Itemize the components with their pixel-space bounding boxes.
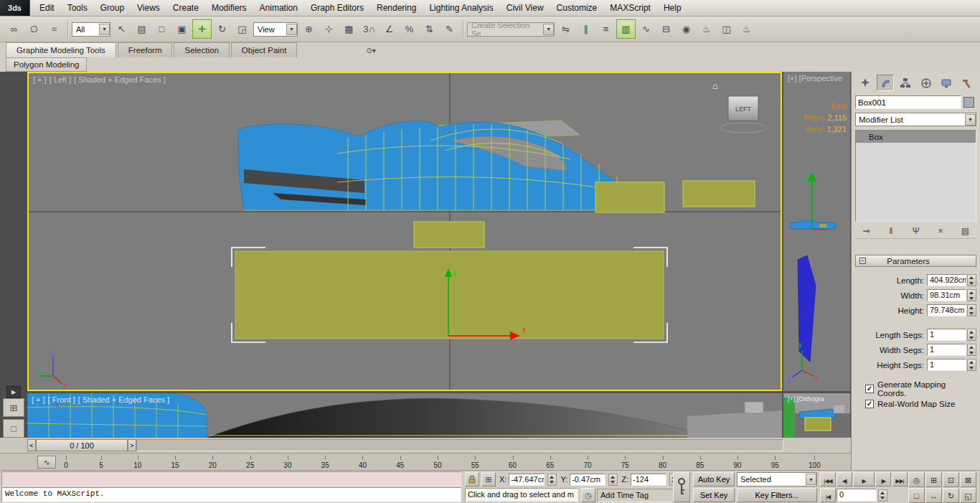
param-input[interactable]: 404.928cm <box>927 274 966 286</box>
remove-modifier-button[interactable]: × <box>933 224 949 238</box>
select-and-rotate-button[interactable]: ↻ <box>212 19 232 39</box>
viewport-perspective-canvas[interactable]: [+] [Perspective Total Polys: 2,115Verts… <box>783 72 850 391</box>
zoom-all-button[interactable]: ⊞ <box>925 472 942 487</box>
zoom-region-button[interactable]: □ <box>908 488 925 503</box>
menu-item[interactable]: Customize <box>550 0 604 16</box>
viewport-left-canvas[interactable]: [ + ] [ Left ] [ Shaded + Edged Faces ] <box>27 72 782 391</box>
previous-frame-button[interactable]: ◀| <box>837 472 852 486</box>
menu-item[interactable]: Edit <box>33 0 61 16</box>
go-to-start-button[interactable]: |◀◀ <box>820 472 836 486</box>
pan-button[interactable]: ↔ <box>925 488 942 503</box>
viewport-layout-single-button[interactable]: □ <box>3 419 24 438</box>
selection-lock-toggle-button[interactable] <box>465 472 479 486</box>
viewport-label[interactable]: [+] [Orthogra <box>788 395 824 403</box>
rectangular-selection-region-button[interactable]: □ <box>152 19 171 39</box>
select-and-move-button[interactable]: ✛ <box>192 19 212 39</box>
edit-named-selections-button[interactable]: ✎ <box>440 19 459 39</box>
configure-modifier-sets-button[interactable]: ▤ <box>957 224 974 238</box>
macro-recorder-line[interactable] <box>1 471 461 486</box>
percent-snap-button[interactable]: % <box>400 19 419 39</box>
create-tab-button[interactable] <box>857 75 874 91</box>
spinner-control[interactable] <box>967 289 976 301</box>
checkbox-icon[interactable]: ✓ <box>865 400 874 408</box>
menu-item[interactable]: Graph Editors <box>304 0 370 16</box>
rendered-frame-button[interactable]: ◫ <box>717 19 736 39</box>
graphite-ribbon-toggle-button[interactable]: ▥ <box>616 19 636 39</box>
viewport-layout-quad-button[interactable]: ⊞ <box>3 398 24 417</box>
menu-item[interactable]: Create <box>166 0 205 16</box>
set-key-button[interactable]: Set Key <box>693 488 735 502</box>
spinner-control[interactable] <box>608 474 618 486</box>
parameters-rollout-header[interactable]: − Parameters <box>855 255 976 267</box>
utilities-tab-button[interactable] <box>958 75 975 91</box>
param-input[interactable]: 79.748cm <box>927 304 966 316</box>
viewport-menu-view[interactable]: [ Front ] <box>48 395 75 404</box>
align-button[interactable]: ∥ <box>576 19 595 39</box>
keyboard-shortcut-override-button[interactable]: ▦ <box>339 19 359 39</box>
modifier-stack-list[interactable]: Box <box>855 130 976 222</box>
time-step-forward-button[interactable]: > <box>128 439 136 451</box>
tab-selection[interactable]: Selection <box>174 42 229 57</box>
track-bar[interactable]: ∿ 05101520253035404550556065707580859095… <box>0 453 851 470</box>
time-tag-icon-button[interactable]: ◷ <box>581 488 595 502</box>
viewport-front-canvas[interactable]: [ + ] [ Front ] [ Shaded + Edged Faces ]… <box>27 393 782 438</box>
menu-item[interactable]: Tools <box>61 0 94 16</box>
menu-item[interactable]: Modifiers <box>205 0 253 16</box>
zoom-button[interactable]: ◎ <box>908 472 925 487</box>
viewport-menu-plus[interactable]: [ + ] <box>32 395 45 404</box>
show-end-result-button[interactable]: ‖ <box>883 224 900 238</box>
render-production-button[interactable]: ♨ <box>737 19 756 39</box>
viewport-menu-shading[interactable]: [ Shaded + Edged Faces ] <box>74 75 166 84</box>
time-slider-track[interactable] <box>136 439 783 451</box>
set-keys-button[interactable] <box>673 472 690 502</box>
time-slider-handle[interactable]: 0 / 100 <box>36 439 128 451</box>
view-cube-home-icon[interactable]: ⌂ <box>712 80 718 91</box>
window-crossing-button[interactable]: ▣ <box>172 19 192 39</box>
select-and-link-button[interactable]: ∞ <box>4 19 24 39</box>
display-tab-button[interactable] <box>938 75 955 91</box>
selection-filter-dropdown[interactable]: All ▼ <box>72 22 110 37</box>
auto-key-button[interactable]: Auto Key <box>693 472 735 486</box>
viewport-label[interactable]: [+] [Perspective <box>788 74 842 83</box>
select-and-scale-button[interactable]: ◲ <box>232 19 252 39</box>
maxscript-mini-listener[interactable]: Welcome to MAXScript. <box>1 487 461 502</box>
zoom-extents-all-button[interactable]: ⊠ <box>960 472 976 487</box>
open-mini-curve-editor-button[interactable]: ∿ <box>37 456 56 469</box>
schematic-view-button[interactable]: ⊟ <box>656 19 676 39</box>
pin-stack-button[interactable]: ⊸ <box>858 224 875 238</box>
key-selection-mode-dropdown[interactable]: Selected ▼ <box>737 472 817 486</box>
spinner-control[interactable] <box>967 274 976 286</box>
menu-item[interactable]: Civil View <box>500 0 550 16</box>
viewport-menu-view[interactable]: [ Left ] <box>50 75 72 84</box>
modify-tab-button[interactable] <box>877 75 894 91</box>
param-input[interactable]: 1 <box>927 359 966 371</box>
maximize-viewport-button[interactable]: ◱ <box>960 488 976 503</box>
coord-x-field[interactable]: -47.647cm <box>509 474 545 486</box>
reference-coordinate-dropdown[interactable]: View ▼ <box>253 22 298 37</box>
absolute-mode-toggle-button[interactable]: ⊞ <box>481 472 496 486</box>
tab-freeform[interactable]: Freeform <box>118 42 173 57</box>
orbit-button[interactable]: ↻ <box>943 488 959 503</box>
bind-to-space-warp-button[interactable]: ≈ <box>44 19 64 39</box>
mirror-button[interactable]: ⇋ <box>556 19 575 39</box>
coord-y-field[interactable]: -0.47cm <box>570 474 606 486</box>
menu-item[interactable]: Lighting Analysis <box>423 0 499 16</box>
select-by-name-button[interactable]: ▤ <box>132 19 151 39</box>
param-input[interactable]: 1 <box>927 344 966 356</box>
next-frame-button[interactable]: |▶ <box>875 472 891 486</box>
checkbox-icon[interactable]: ✓ <box>865 385 874 393</box>
menu-item[interactable]: Group <box>94 0 131 16</box>
checkbox-row[interactable]: ✓ Real-World Map Size <box>855 396 976 411</box>
tab-object-paint[interactable]: Object Paint <box>231 42 298 57</box>
spinner-snap-button[interactable]: ⇅ <box>420 19 439 39</box>
param-input[interactable]: 1 <box>927 329 966 341</box>
time-step-back-button[interactable]: < <box>27 439 36 451</box>
view-cube-face-label[interactable]: LEFT <box>735 105 752 113</box>
select-object-button[interactable]: ↖ <box>112 19 131 39</box>
render-setup-button[interactable]: ♨ <box>697 19 716 39</box>
material-editor-button[interactable]: ◉ <box>677 19 696 39</box>
spinner-control[interactable] <box>878 489 887 502</box>
coord-z-field[interactable]: -124 <box>631 474 666 486</box>
make-unique-button[interactable]: Ψ <box>908 224 924 238</box>
named-selection-sets-field[interactable]: Create Selection Se ▼ <box>467 22 555 37</box>
